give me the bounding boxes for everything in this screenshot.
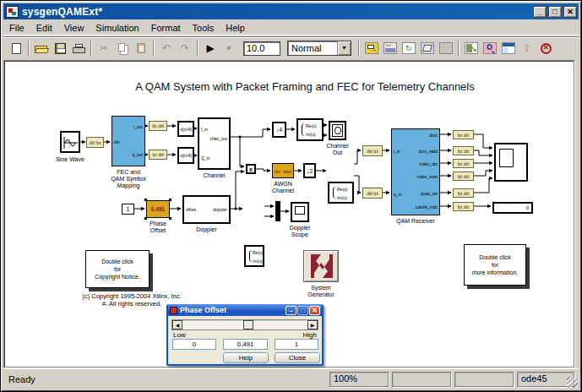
highlight-button[interactable]: ✕	[536, 40, 555, 57]
port-label: dout_valid	[418, 149, 438, 154]
min-value-field[interactable]	[172, 339, 216, 350]
resize-grip[interactable]	[567, 377, 578, 388]
display-block[interactable]: 0	[492, 202, 533, 214]
update-diagram-button[interactable]: ↻	[400, 40, 418, 57]
gateway-in-block[interactable]: dbl fpt	[86, 137, 104, 148]
slider-right-arrow[interactable]: ▶	[307, 320, 318, 329]
upsample-block[interactable]: x[n/4]	[177, 147, 194, 164]
gateway-out-block[interactable]: fpt dbl	[453, 159, 474, 168]
complex-to-reim-block[interactable]: Re(u) Im(u)	[328, 182, 354, 204]
save-model-button[interactable]	[51, 40, 69, 57]
selection-handle[interactable]	[144, 199, 147, 201]
upsample-block[interactable]: x[n/4]	[177, 121, 194, 137]
slider-left-arrow[interactable]: ◀	[172, 320, 182, 329]
phase-offset-block[interactable]: 0.491	[146, 200, 170, 218]
menu-help[interactable]: Help	[220, 21, 251, 35]
selection-handle[interactable]	[144, 217, 147, 220]
chevron-down-icon[interactable]: ▼	[337, 41, 351, 55]
model-browser-button[interactable]	[499, 40, 518, 57]
title-bar[interactable]: sysgenQAMExt* _ □ ✕	[3, 3, 579, 19]
qam-receiver-block[interactable]: i_in q_in dout dout_valid index_din inde…	[391, 128, 440, 215]
menu-simulation[interactable]: Simulation	[90, 21, 144, 35]
new-model-button[interactable]	[7, 40, 25, 57]
more-information-box[interactable]: Double click for more information.	[464, 244, 526, 286]
max-value-field[interactable]	[275, 339, 318, 350]
downsample2-block[interactable]: ↓2	[303, 163, 316, 178]
minimize-button[interactable]: _	[533, 6, 547, 18]
port-label: index_start	[417, 174, 438, 179]
channel-subsystem-block[interactable]: I_in chan_out Q_in	[198, 117, 231, 170]
channel-out-scope-block[interactable]	[329, 121, 346, 140]
find-button[interactable]	[481, 40, 499, 57]
gateway-out-block[interactable]: fpt dbl	[453, 202, 474, 211]
copyright-notice-box[interactable]: Double click for Copyright Notice.	[85, 250, 150, 288]
signal-dimensions-button[interactable]: ''''	[381, 40, 400, 57]
port-label: quad_sel	[421, 191, 438, 196]
close-button[interactable]: ✕	[563, 6, 577, 18]
phase-offset-slider[interactable]: ◀ ▶	[171, 319, 318, 330]
dialog-minimize-button[interactable]: –	[286, 306, 296, 315]
system-generator-block[interactable]	[303, 250, 339, 282]
dialog-maximize-button[interactable]: □	[297, 306, 308, 315]
gateway-in-block[interactable]: dbl fpt	[362, 145, 383, 156]
window-title: sysgenQAMExt*	[22, 6, 531, 18]
magnifier-icon	[483, 42, 497, 54]
fec-qam-mapping-block[interactable]: din i_out q_out	[112, 116, 145, 166]
receiver-scope-block[interactable]	[494, 143, 528, 182]
print-button[interactable]	[69, 40, 88, 57]
gateway-in-block[interactable]: dbl fpt	[362, 188, 383, 199]
redo-button[interactable]: ↷	[176, 40, 194, 57]
slider-thumb[interactable]	[243, 320, 253, 329]
gateway-out-block[interactable]: fpt dbl	[149, 150, 167, 160]
selection-handle[interactable]	[169, 199, 171, 201]
maximize-button[interactable]: □	[548, 6, 562, 18]
stop-simulation-button[interactable]: ■	[220, 40, 238, 57]
paste-button[interactable]	[132, 40, 150, 57]
awgn-channel-block[interactable]: din dout	[272, 163, 294, 178]
menu-tools[interactable]: Tools	[187, 21, 220, 35]
block-label: System Generator	[296, 285, 345, 298]
dialog-title-bar[interactable]: Phase Offset – □ ✕	[168, 304, 322, 316]
doppler-scope-block[interactable]	[291, 202, 309, 222]
port-label: doppler	[213, 207, 227, 212]
current-value-field[interactable]	[223, 339, 268, 350]
selection-handle[interactable]	[169, 217, 171, 220]
downsample4-block[interactable]: ↓4	[272, 122, 286, 138]
undo-button[interactable]: ↶	[157, 40, 176, 57]
sim-stop-time-input[interactable]	[243, 41, 280, 56]
constant-block[interactable]: 1	[122, 204, 134, 215]
gateway-out-block[interactable]: fpt dbl	[149, 121, 167, 131]
printer-icon	[73, 44, 85, 53]
help-button[interactable]: Help	[223, 352, 269, 363]
go-to-parent-button[interactable]: ⇧	[518, 40, 536, 57]
open-model-button[interactable]	[32, 40, 51, 57]
build-all-button[interactable]	[437, 40, 455, 57]
menu-view[interactable]: View	[58, 21, 90, 35]
menu-format[interactable]: Format	[145, 21, 187, 35]
block-label: Channel Out	[320, 143, 355, 156]
close-button-dialog[interactable]: Close	[275, 352, 320, 363]
complex-to-reim-block[interactable]: Re(u) Im(u)	[244, 245, 264, 267]
gateway-out-block[interactable]: fpt dbl	[453, 146, 474, 155]
doppler-subsystem-block[interactable]: offset doppler	[182, 195, 231, 224]
copy-button[interactable]	[113, 40, 132, 57]
phase-offset-dialog[interactable]: Phase Offset – □ ✕ ◀ ▶ Low High Help Clo…	[166, 304, 324, 366]
dialog-close-icon[interactable]: ✕	[309, 306, 320, 315]
gateway-out-block[interactable]: fpt dbl	[453, 130, 474, 139]
scope-screen	[332, 124, 343, 137]
complex-to-reim-block[interactable]: Re(u) Im(u)	[296, 118, 324, 141]
menu-edit[interactable]: Edit	[30, 21, 58, 35]
menu-file[interactable]: File	[3, 21, 30, 35]
cut-button[interactable]: ✂	[95, 40, 113, 57]
mux-block[interactable]	[275, 201, 280, 221]
gateway-out-block[interactable]: fpt dbl	[453, 172, 474, 181]
debug-button[interactable]: ↘	[462, 40, 481, 57]
product-block[interactable]: x	[246, 164, 256, 174]
sine-wave-block[interactable]	[60, 131, 80, 153]
block-label: QAM Receiver	[388, 218, 443, 225]
target-connect-button[interactable]: →	[362, 40, 381, 57]
start-simulation-button[interactable]: ▶	[201, 40, 220, 57]
model-explorer-button[interactable]: ↓	[418, 40, 437, 57]
gateway-out-block[interactable]: fpt dbl	[453, 188, 474, 198]
sim-mode-select[interactable]: Normal ▼	[287, 41, 351, 56]
